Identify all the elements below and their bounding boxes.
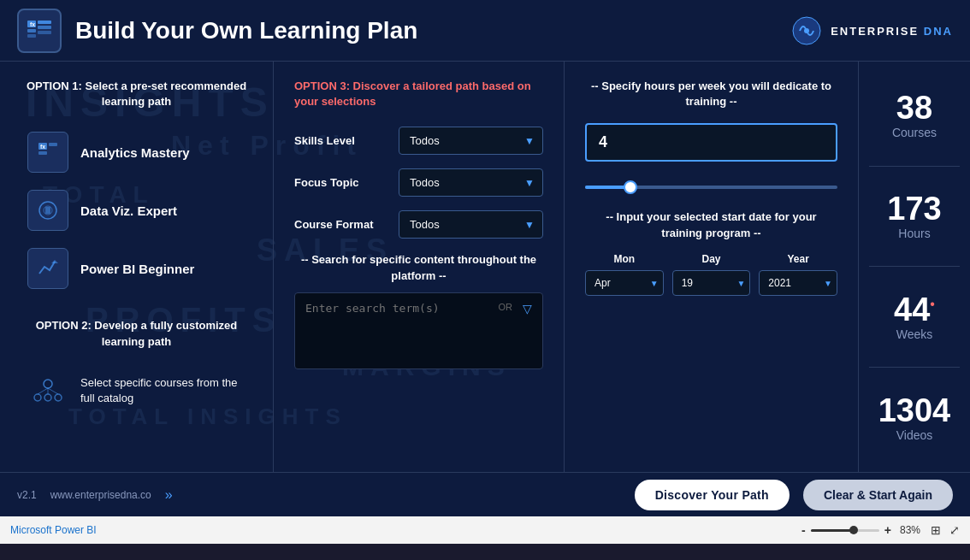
brand: ENTERPRISE DNA xyxy=(791,15,953,46)
svg-point-20 xyxy=(55,394,62,401)
brand-name: ENTERPRISE DNA xyxy=(831,23,953,38)
data-viz-item[interactable]: Data Viz. Expert xyxy=(21,181,252,239)
column-option1-2: OPTION 1: Select a pre-set recommended l… xyxy=(0,62,274,472)
skills-level-row: Skills Level Todos Beginner Intermediate… xyxy=(294,127,543,155)
focus-select-wrapper: Todos DAX Power Query Visualization ▼ xyxy=(399,168,543,197)
column-option3: OPTION 3: Discover a tailored path based… xyxy=(274,62,565,472)
svg-line-23 xyxy=(48,388,58,394)
stat-divider-1 xyxy=(869,166,960,167)
stat-divider-3 xyxy=(869,367,960,368)
fit-page-icon[interactable]: ⊞ xyxy=(931,523,941,537)
svg-point-19 xyxy=(44,394,51,401)
videos-number: 1304 xyxy=(869,394,960,427)
svg-point-8 xyxy=(804,28,809,33)
option1-title: OPTION 1: Select a pre-set recommended l… xyxy=(21,79,252,109)
skills-select-wrapper: Todos Beginner Intermediate Advanced ▼ xyxy=(399,127,543,155)
year-label: Year xyxy=(759,253,837,265)
powerbi-link[interactable]: Microsoft Power BI xyxy=(10,524,97,536)
hours-slider xyxy=(585,186,837,189)
format-select-wrapper: Todos Video Workshop Challenge ▼ xyxy=(399,210,543,239)
hours-title: -- Specify hours per week you will dedic… xyxy=(585,79,837,109)
analytics-mastery-item[interactable]: fx Analytics Mastery xyxy=(21,123,252,181)
page-title: Build Your Own Learning Plan xyxy=(75,17,791,44)
weeks-label: Weeks xyxy=(869,327,960,341)
zoom-minus-button[interactable]: - xyxy=(801,523,806,537)
search-input[interactable] xyxy=(305,302,492,360)
header-icon: fx xyxy=(17,9,62,53)
skills-label: Skills Level xyxy=(294,134,388,147)
date-row: Mon JanFebMarApr MayJunJulAug SepOctNovD… xyxy=(585,253,837,296)
skills-select[interactable]: Todos Beginner Intermediate Advanced xyxy=(399,127,543,155)
svg-text:fx: fx xyxy=(40,144,45,150)
svg-rect-15 xyxy=(45,207,50,214)
date-title: -- Input your selected start date for yo… xyxy=(585,209,837,240)
analytics-mastery-icon: fx xyxy=(27,132,68,173)
day-label: Day xyxy=(672,253,751,265)
stat-divider-2 xyxy=(869,266,960,267)
power-bi-beginner-item[interactable]: Power BI Beginner xyxy=(21,239,252,298)
column-hours-date: -- Specify hours per week you will dedic… xyxy=(565,62,859,472)
website-link[interactable]: www.enterprisedna.co xyxy=(50,489,151,501)
zoom-plus-button[interactable]: + xyxy=(884,523,891,537)
stats-column: 38 Courses 173 Hours 44 • Weeks 1304 Vid… xyxy=(859,62,970,472)
svg-point-17 xyxy=(44,380,52,388)
custom-catalog-label: Select specific courses from the full ca… xyxy=(80,375,245,406)
focus-label: Focus Topic xyxy=(294,176,388,189)
month-select[interactable]: JanFebMarApr MayJunJulAug SepOctNovDec xyxy=(585,270,664,296)
svg-point-18 xyxy=(34,394,41,401)
month-select-wrapper: JanFebMarApr MayJunJulAug SepOctNovDec ▼ xyxy=(585,270,664,296)
weeks-stat: 44 • Weeks xyxy=(869,286,960,348)
discover-path-button[interactable]: Discover Your Path xyxy=(635,480,790,510)
courses-stat: 38 Courses xyxy=(869,85,960,146)
svg-rect-10 xyxy=(49,143,57,146)
hours-stat: 173 Hours xyxy=(869,186,960,247)
year-select-wrapper: 20192020202120222023 ▼ xyxy=(759,270,837,296)
svg-rect-5 xyxy=(38,31,51,34)
weeks-dot-icon: • xyxy=(930,297,935,312)
day-select-wrapper: 12345 678910 1112131415 1617181920 21222… xyxy=(672,270,751,296)
zoom-slider xyxy=(811,529,879,532)
footer: v2.1 www.enterprisedna.co » Discover You… xyxy=(0,472,970,516)
search-box: OR ▽ xyxy=(294,292,543,369)
month-col: Mon JanFebMarApr MayJunJulAug SepOctNovD… xyxy=(585,253,664,296)
custom-catalog-icon xyxy=(27,370,68,411)
search-section-title: -- Search for specific content throughou… xyxy=(294,252,543,283)
course-format-row: Course Format Todos Video Workshop Chall… xyxy=(294,210,543,239)
svg-marker-16 xyxy=(51,260,58,263)
search-or-label: OR xyxy=(499,302,513,312)
svg-rect-4 xyxy=(38,26,51,29)
zoom-control: - + 83% ⊞ ⤢ xyxy=(801,523,960,537)
year-select[interactable]: 20192020202120222023 xyxy=(759,270,837,296)
day-select[interactable]: 12345 678910 1112131415 1617181920 21222… xyxy=(672,270,751,296)
clear-start-again-button[interactable]: Clear & Start Again xyxy=(803,480,953,510)
videos-label: Videos xyxy=(869,428,960,442)
analytics-mastery-label: Analytics Mastery xyxy=(80,145,190,160)
focus-select[interactable]: Todos DAX Power Query Visualization xyxy=(399,168,543,197)
format-select[interactable]: Todos Video Workshop Challenge xyxy=(399,210,543,239)
header: fx Build Your Own Learning Plan ENTERPRI… xyxy=(0,0,970,62)
focus-topic-row: Focus Topic Todos DAX Power Query Visual… xyxy=(294,168,543,197)
option2-title: OPTION 2: Develop a fully customized lea… xyxy=(21,318,252,349)
month-label: Mon xyxy=(585,253,664,265)
hours-input[interactable] xyxy=(585,123,837,162)
power-bi-beginner-label: Power BI Beginner xyxy=(80,262,194,276)
day-col: Day 12345 678910 1112131415 1617181920 2… xyxy=(672,253,751,296)
svg-rect-11 xyxy=(38,151,47,155)
svg-rect-1 xyxy=(27,29,36,32)
weeks-number: 44 xyxy=(894,293,930,326)
data-viz-label: Data Viz. Expert xyxy=(80,203,177,218)
power-bi-beginner-icon xyxy=(27,248,68,289)
courses-label: Courses xyxy=(869,126,960,139)
expand-icon[interactable]: ⤢ xyxy=(949,523,960,537)
main-content: INSIGHTS Net Profit TOTAL SALES PROFITS … xyxy=(0,62,970,472)
format-label: Course Format xyxy=(294,218,388,231)
bottom-bar: Microsoft Power BI - + 83% ⊞ ⤢ xyxy=(0,516,970,544)
videos-stat: 1304 Videos xyxy=(869,387,960,449)
svg-line-21 xyxy=(38,388,48,394)
filter-icon[interactable]: ▽ xyxy=(523,302,532,315)
hours-label: Hours xyxy=(869,227,960,240)
year-col: Year 20192020202120222023 ▼ xyxy=(759,253,837,296)
nav-arrows-icon[interactable]: » xyxy=(165,487,173,503)
custom-path-item[interactable]: Select specific courses from the full ca… xyxy=(21,363,252,418)
data-viz-icon xyxy=(27,190,68,231)
